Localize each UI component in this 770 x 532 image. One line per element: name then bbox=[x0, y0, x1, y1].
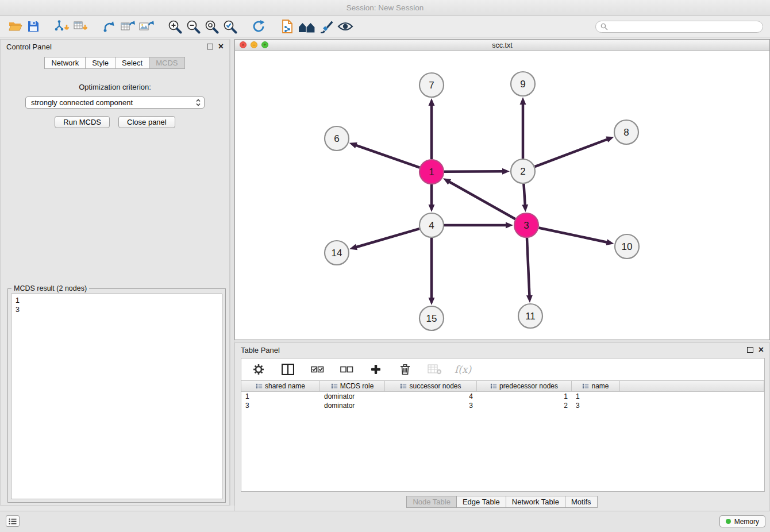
open-file-icon[interactable] bbox=[7, 18, 23, 35]
graph-edge-arrowhead bbox=[606, 137, 614, 142]
graph-edge-3-10[interactable] bbox=[539, 228, 608, 242]
toggle-columns-icon[interactable] bbox=[280, 361, 296, 378]
maximize-window-icon[interactable]: + bbox=[261, 41, 268, 48]
float-panel-icon[interactable] bbox=[207, 44, 213, 49]
table-cell[interactable]: 1 bbox=[477, 392, 572, 401]
window-titlebar: Session: New Session bbox=[0, 0, 770, 16]
control-panel: Control Panel × NetworkStyleSelectMCDS O… bbox=[0, 39, 230, 506]
table-cell[interactable]: 1 bbox=[241, 392, 320, 401]
style-brush-icon[interactable] bbox=[318, 18, 334, 35]
delete-rows-trash-icon[interactable] bbox=[397, 361, 413, 378]
graph-node-4[interactable]: 4 bbox=[419, 213, 444, 237]
graph-node-1[interactable]: 1 bbox=[419, 160, 444, 184]
graph-edge-1-2[interactable] bbox=[444, 171, 503, 172]
close-table-panel-icon[interactable]: × bbox=[759, 345, 764, 354]
close-window-icon[interactable]: × bbox=[240, 41, 247, 48]
memory-button[interactable]: Memory bbox=[719, 515, 765, 527]
zoom-fit-content-icon[interactable] bbox=[203, 18, 220, 35]
column-header-name[interactable]: name bbox=[572, 381, 620, 391]
tab-style[interactable]: Style bbox=[85, 57, 116, 69]
memory-status-icon bbox=[726, 519, 731, 524]
tab-node-table[interactable]: Node Table bbox=[406, 496, 457, 508]
first-neighbors-icon[interactable] bbox=[298, 18, 316, 35]
run-mcds-button[interactable]: Run MCDS bbox=[55, 116, 110, 128]
export-table-icon[interactable] bbox=[120, 18, 136, 35]
tab-network[interactable]: Network bbox=[44, 57, 86, 69]
graph-node-2[interactable]: 2 bbox=[511, 159, 535, 183]
zoom-in-icon[interactable] bbox=[167, 18, 183, 35]
network-window-titlebar: × − + scc.txt bbox=[235, 40, 769, 51]
select-all-checkboxes-icon[interactable] bbox=[309, 361, 325, 378]
zoom-selected-icon[interactable] bbox=[222, 18, 238, 35]
graph-node-10[interactable]: 10 bbox=[615, 234, 639, 259]
import-table-icon[interactable] bbox=[72, 18, 88, 35]
export-image-icon[interactable] bbox=[138, 18, 154, 35]
new-network-view-icon[interactable] bbox=[101, 18, 117, 35]
column-header-shared-name[interactable]: shared name bbox=[241, 381, 320, 391]
task-history-button[interactable] bbox=[6, 515, 20, 527]
graph-edge-3-11[interactable] bbox=[527, 238, 530, 296]
minimize-window-icon[interactable]: − bbox=[251, 41, 257, 48]
table-cell[interactable]: dominator bbox=[320, 392, 385, 401]
column-header-successor-nodes[interactable]: successor nodes bbox=[385, 381, 477, 391]
graph-edge-arrowhead bbox=[429, 298, 435, 305]
vertical-splitter[interactable] bbox=[230, 39, 234, 506]
mcds-result-title: MCDS result (2 nodes) bbox=[11, 284, 89, 292]
table-cell[interactable]: dominator bbox=[320, 401, 385, 410]
graph-edge-3-1[interactable] bbox=[449, 182, 515, 219]
table-cell[interactable]: 3 bbox=[385, 401, 477, 410]
graph-node-11[interactable]: 11 bbox=[518, 304, 542, 328]
graph-node-label: 14 bbox=[332, 248, 342, 259]
tab-network-table[interactable]: Network Table bbox=[506, 496, 565, 508]
graph-node-15[interactable]: 15 bbox=[419, 306, 444, 330]
column-header-predecessor-nodes[interactable]: predecessor nodes bbox=[477, 381, 572, 391]
close-panel-button[interactable]: Close panel bbox=[118, 116, 175, 128]
close-panel-icon[interactable]: × bbox=[218, 42, 224, 51]
optimization-criterion-label: Optimization criterion: bbox=[1, 83, 229, 91]
network-document-icon[interactable] bbox=[279, 18, 295, 35]
optimization-dropdown[interactable]: strongly connected component bbox=[25, 97, 205, 109]
table-cell[interactable]: 3 bbox=[572, 401, 620, 410]
delete-table-disabled-icon bbox=[426, 361, 442, 378]
search-input[interactable] bbox=[611, 22, 758, 31]
table-cell[interactable]: 3 bbox=[241, 401, 320, 410]
graph-node-3[interactable]: 3 bbox=[514, 213, 538, 237]
table-settings-gear-icon[interactable] bbox=[251, 361, 267, 378]
tab-mcds[interactable]: MCDS bbox=[149, 57, 184, 69]
table-row[interactable]: 1dominator411 bbox=[241, 392, 764, 401]
graph-node-14[interactable]: 14 bbox=[325, 241, 349, 265]
column-sort-icon bbox=[400, 383, 407, 389]
graph-node-6[interactable]: 6 bbox=[325, 126, 349, 151]
optimization-dropdown-value: strongly connected component bbox=[31, 98, 133, 107]
column-header-mcds-role[interactable]: MCDS role bbox=[320, 381, 385, 391]
column-sort-icon bbox=[331, 383, 338, 389]
graph-node-8[interactable]: 8 bbox=[614, 120, 638, 144]
deselect-all-checkboxes-icon[interactable] bbox=[338, 361, 355, 378]
tab-edge-table[interactable]: Edge Table bbox=[456, 496, 506, 508]
refresh-layout-icon[interactable] bbox=[251, 18, 267, 35]
network-canvas[interactable]: 1234678910111415 bbox=[235, 51, 769, 340]
import-network-icon[interactable] bbox=[54, 18, 70, 35]
graph-edge-4-14[interactable] bbox=[356, 229, 419, 247]
graph-node-label: 9 bbox=[520, 79, 525, 90]
mcds-buttons-row: Run MCDS Close panel bbox=[1, 116, 229, 128]
add-row-plus-icon[interactable] bbox=[368, 361, 384, 378]
float-table-panel-icon[interactable] bbox=[747, 347, 753, 353]
save-session-icon[interactable] bbox=[25, 18, 41, 35]
zoom-out-icon[interactable] bbox=[185, 18, 201, 35]
graph-edge-1-6[interactable] bbox=[355, 145, 419, 167]
function-builder-fx-icon: f(x) bbox=[455, 364, 471, 375]
tab-select[interactable]: Select bbox=[115, 57, 149, 69]
graph-edge-2-3[interactable] bbox=[523, 184, 525, 206]
table-cell[interactable]: 2 bbox=[477, 401, 572, 410]
show-hide-icon[interactable] bbox=[337, 18, 354, 35]
table-cell[interactable]: 4 bbox=[385, 392, 477, 401]
table-cell[interactable]: 1 bbox=[572, 392, 620, 401]
tab-motifs[interactable]: Motifs bbox=[565, 496, 598, 508]
search-box[interactable] bbox=[595, 21, 763, 33]
graph-edge-2-8[interactable] bbox=[535, 139, 609, 167]
graph-node-9[interactable]: 9 bbox=[511, 72, 535, 96]
graph-node-7[interactable]: 7 bbox=[419, 73, 444, 97]
table-row[interactable]: 3dominator323 bbox=[241, 401, 764, 410]
network-graph[interactable]: 1234678910111415 bbox=[235, 51, 769, 340]
